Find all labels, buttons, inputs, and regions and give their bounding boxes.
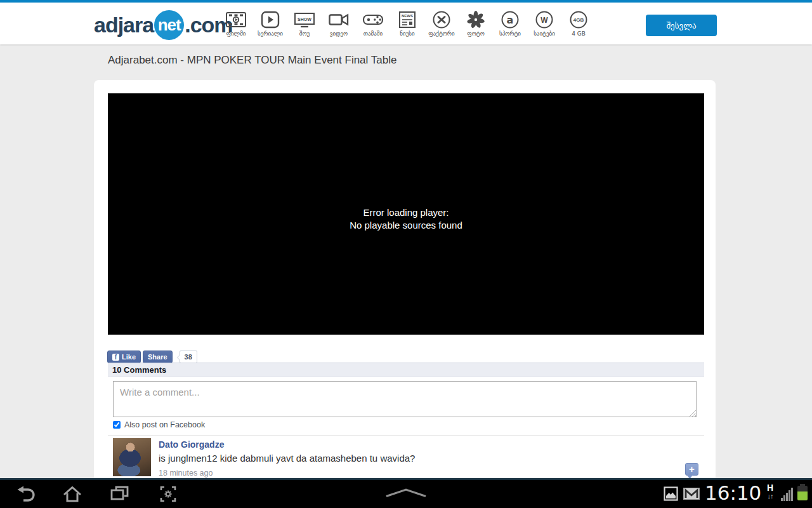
comments-count-label: 10 Comments <box>112 365 166 375</box>
commenter-name-link[interactable]: Dato Giorgadze <box>159 439 704 450</box>
logo-net-circle: net <box>154 10 184 40</box>
nav-label: 4 GB <box>572 30 586 37</box>
nav-item-games[interactable]: თამაში <box>360 8 386 37</box>
android-navbar: 16:10 H ↓↑ <box>0 478 812 508</box>
nav-label: ფოტო <box>467 30 484 37</box>
login-button[interactable]: შესვლა <box>646 15 717 36</box>
svg-text:W: W <box>540 16 548 25</box>
screenshot-button[interactable] <box>157 484 179 507</box>
tv-show-icon: SHOW <box>293 8 316 29</box>
4gb-circle-icon: 4GB <box>569 8 588 29</box>
logo-text-adjara: adjara <box>94 13 154 37</box>
nav-item-shows[interactable]: SHOW შოუ <box>291 8 318 37</box>
gamepad-icon <box>362 8 384 29</box>
video-camera-icon <box>328 8 350 29</box>
comments-count-header: 10 Comments <box>108 363 704 377</box>
w-circle-icon: W <box>535 8 554 29</box>
player-error-message: Error loading player: No playable source… <box>108 206 704 232</box>
screen: adjaranet.com ფილმი <box>0 0 812 508</box>
nav-item-videos[interactable]: ვიდეო <box>325 8 352 37</box>
comment-item: Dato Giorgadze is junglmen12 kide dabmul… <box>113 438 704 478</box>
comment-input[interactable] <box>113 381 697 417</box>
nav-item-photos[interactable]: ფოტო <box>462 8 489 37</box>
newspaper-icon: NEWS <box>397 8 417 29</box>
battery-icon <box>797 486 808 500</box>
player-error-line1: Error loading player: <box>108 206 704 219</box>
svg-text:a: a <box>507 14 514 26</box>
fb-share-label: Share <box>148 353 167 361</box>
nav-item-4gb[interactable]: 4GB 4 GB <box>565 8 592 37</box>
svg-text:4GB: 4GB <box>573 17 584 23</box>
svg-text:SHOW: SHOW <box>298 17 311 22</box>
network-type-indicator: H ↓↑ <box>763 484 777 500</box>
facebook-f-icon: f <box>112 354 119 361</box>
nav-label: ფაქტორი <box>428 30 454 37</box>
comment-text: is junglmen12 kide dabmuli yavt da atama… <box>159 453 704 464</box>
back-button[interactable] <box>15 484 37 507</box>
comment-body: Dato Giorgadze is junglmen12 kide dabmul… <box>159 439 704 478</box>
nav-item-sites[interactable]: W საიტები <box>531 8 558 37</box>
nav-item-sport[interactable]: a სპორტი <box>497 8 523 37</box>
home-button[interactable] <box>62 484 83 507</box>
nav-label: შოუ <box>299 30 310 37</box>
also-post-label: Also post on Facebook <box>124 420 205 429</box>
a-circle-icon: a <box>501 8 520 29</box>
header-nav: ფილმი სერიალი SHOW <box>223 8 592 37</box>
site-header: adjaranet.com ფილმი <box>0 3 812 44</box>
nav-label: ფილმი <box>226 30 246 37</box>
also-post-checkbox[interactable] <box>113 421 121 429</box>
page-title: Adjarabet.com - MPN POKER TOUR Main Even… <box>108 54 396 67</box>
fb-share-button[interactable]: Share <box>143 351 173 363</box>
data-activity-arrows-icon: ↓↑ <box>763 492 777 500</box>
expand-chevron-button[interactable] <box>384 487 428 501</box>
video-player[interactable]: Error loading player: No playable source… <box>108 93 704 335</box>
gmail-notification-icon[interactable] <box>683 488 700 502</box>
flower-shutter-icon <box>466 8 485 29</box>
nav-item-films[interactable]: ფილმი <box>223 8 249 37</box>
nav-label: საიტები <box>534 30 555 37</box>
signal-strength-icon <box>781 488 793 501</box>
x-circle-icon <box>432 8 451 29</box>
fb-like-count-badge: 38 <box>180 351 197 363</box>
film-strip-icon <box>225 8 247 29</box>
also-post-row: Also post on Facebook <box>113 420 205 429</box>
player-error-line2: No playable sources found <box>108 219 704 232</box>
fb-like-label: Like <box>122 353 136 361</box>
recent-apps-button[interactable] <box>108 484 130 507</box>
nav-item-news[interactable]: NEWS ნიუსი <box>394 8 421 37</box>
clock[interactable]: 16:10 <box>705 481 761 504</box>
comments-divider <box>108 435 704 436</box>
fb-like-button[interactable]: f Like <box>107 351 141 363</box>
nav-label: სპორტი <box>499 30 521 37</box>
nav-item-factor[interactable]: ფაქტორი <box>428 8 455 37</box>
gallery-notification-icon[interactable] <box>664 486 678 504</box>
commenter-avatar[interactable] <box>113 438 151 476</box>
nav-item-series[interactable]: სერიალი <box>257 8 284 37</box>
play-icon <box>260 8 280 29</box>
comment-plus-button[interactable]: + <box>685 463 698 476</box>
nav-label: ვიდეო <box>330 30 348 37</box>
nav-label: თამაში <box>363 30 383 37</box>
svg-text:NEWS: NEWS <box>402 14 413 18</box>
network-type-label: H <box>767 483 773 493</box>
site-logo[interactable]: adjaranet.com <box>94 10 233 40</box>
nav-label: სერიალი <box>258 30 283 37</box>
content-card: Error loading player: No playable source… <box>94 80 716 478</box>
comment-timestamp: 18 minutes ago <box>159 469 704 478</box>
facebook-social-row: f Like Share 38 <box>107 351 197 363</box>
nav-label: ნიუსი <box>400 30 414 37</box>
